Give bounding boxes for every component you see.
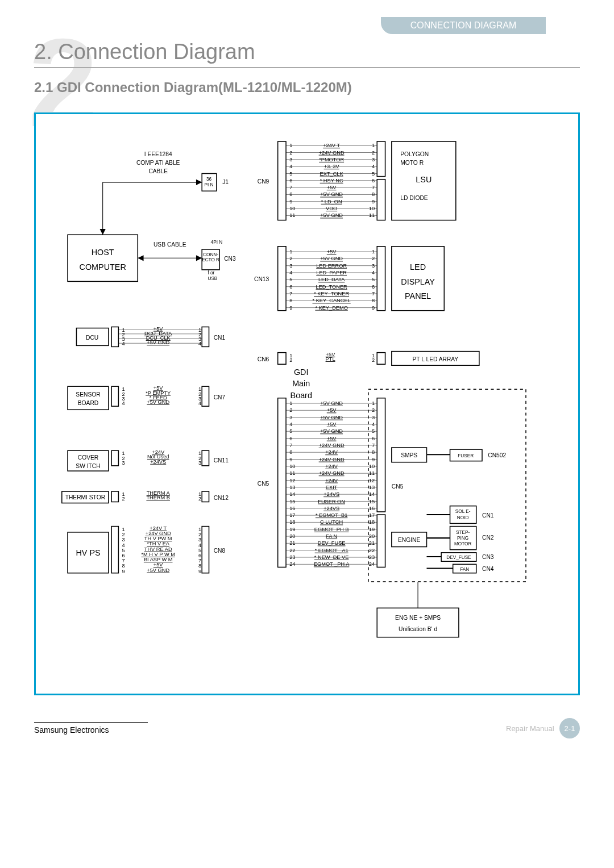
svg-text:10: 10: [289, 464, 295, 469]
svg-text:22: 22: [369, 548, 375, 553]
svg-text:J1: J1: [222, 179, 229, 185]
svg-rect-68: [202, 450, 209, 466]
svg-text:5: 5: [289, 428, 292, 434]
svg-text:2: 2: [289, 407, 292, 413]
svg-text:13: 13: [289, 485, 295, 490]
svg-marker-9: [196, 180, 202, 185]
svg-rect-361: [377, 608, 459, 637]
svg-text:+5V GND: +5V GND: [147, 340, 169, 345]
svg-text:Unification B' d: Unification B' d: [399, 626, 437, 632]
svg-text:21: 21: [369, 540, 375, 546]
svg-rect-178: [278, 247, 286, 311]
svg-text:DISPLAY: DISPLAY: [401, 277, 435, 286]
svg-text:9: 9: [372, 457, 375, 462]
svg-text:8: 8: [289, 449, 292, 455]
svg-text:4: 4: [289, 270, 292, 276]
svg-text:CN7: CN7: [214, 394, 226, 400]
connection-diagram: HOST COMPUTER I EEE1284 COMP ATI ABLE CA…: [34, 112, 580, 695]
svg-text:POLYGON: POLYGON: [400, 151, 429, 157]
svg-text:DEV_FUSE: DEV_FUSE: [446, 555, 471, 560]
svg-text:8: 8: [289, 192, 292, 198]
svg-text:CN5: CN5: [258, 481, 269, 487]
svg-text:4PI N: 4PI N: [211, 240, 223, 245]
svg-text:17: 17: [289, 512, 295, 518]
svg-text:19: 19: [289, 527, 295, 532]
svg-rect-125: [278, 141, 286, 220]
svg-text:CN1: CN1: [214, 335, 226, 341]
svg-text:THERM B: THERM B: [146, 495, 170, 500]
svg-text:1: 1: [372, 249, 375, 254]
svg-text:8: 8: [372, 449, 375, 455]
svg-text:1: 1: [289, 249, 292, 254]
svg-text:NOID: NOID: [457, 515, 469, 520]
svg-rect-49: [111, 386, 118, 406]
svg-text:3: 3: [372, 263, 375, 269]
svg-text:1: 1: [372, 400, 375, 406]
svg-text:2: 2: [372, 150, 375, 156]
svg-text:18: 18: [369, 519, 375, 525]
svg-text:5: 5: [372, 428, 375, 434]
svg-text:8: 8: [372, 192, 375, 198]
svg-text:SENSOR: SENSOR: [76, 391, 100, 398]
svg-text:8: 8: [289, 298, 292, 303]
svg-rect-50: [202, 386, 209, 406]
svg-text:THERMI STOR: THERMI STOR: [65, 494, 105, 500]
svg-text:DCU: DCU: [86, 335, 98, 341]
svg-text:7: 7: [289, 185, 292, 190]
svg-text:8: 8: [372, 298, 375, 303]
svg-text:18: 18: [289, 519, 295, 525]
svg-text:16: 16: [289, 506, 295, 511]
svg-text:5: 5: [289, 171, 292, 177]
svg-text:2: 2: [289, 357, 292, 363]
svg-text:9: 9: [372, 305, 375, 311]
svg-text:CN8: CN8: [214, 548, 226, 554]
svg-text:23: 23: [289, 554, 295, 560]
svg-text:LD DIODE: LD DIODE: [400, 195, 428, 201]
svg-text:PTL: PTL: [326, 356, 335, 362]
footer-manual-label: Repair Manual: [506, 724, 554, 733]
svg-text:4: 4: [372, 164, 375, 169]
svg-text:CN9: CN9: [258, 178, 269, 185]
svg-text:4: 4: [122, 400, 125, 406]
svg-rect-92: [111, 527, 118, 573]
svg-text:CN6: CN6: [258, 356, 269, 362]
svg-text:5: 5: [372, 277, 375, 282]
svg-rect-232: [278, 398, 286, 567]
svg-text:4: 4: [289, 422, 292, 427]
svg-text:2: 2: [289, 256, 292, 261]
svg-text:5: 5: [289, 277, 292, 282]
svg-text:4: 4: [289, 164, 292, 169]
svg-text:10: 10: [369, 206, 375, 211]
svg-text:2: 2: [198, 496, 201, 502]
svg-text:LSU: LSU: [416, 175, 432, 184]
svg-rect-171: [377, 141, 385, 177]
svg-text:CN1: CN1: [482, 512, 494, 519]
header-tab: CONNECTION DIAGRAM: [381, 17, 546, 34]
svg-text:CN3: CN3: [224, 256, 236, 262]
svg-text:ECTO R: ECTO R: [202, 257, 219, 262]
svg-text:2: 2: [122, 496, 125, 502]
svg-text:+5V GND: +5V GND: [147, 399, 169, 405]
svg-text:3: 3: [289, 157, 292, 162]
svg-text:9: 9: [122, 569, 125, 574]
svg-text:SW ITCH: SW ITCH: [76, 463, 100, 469]
svg-text:11: 11: [289, 212, 295, 218]
svg-text:7: 7: [289, 291, 292, 297]
svg-text:19: 19: [369, 527, 375, 532]
svg-text:10: 10: [369, 464, 375, 469]
svg-text:4: 4: [198, 400, 201, 406]
page-number: 2-1: [559, 718, 580, 738]
svg-text:CN5: CN5: [392, 483, 404, 490]
svg-text:+5V GND: +5V GND: [147, 567, 169, 573]
svg-text:Board: Board: [291, 391, 312, 400]
svg-text:1: 1: [289, 143, 292, 148]
svg-rect-28: [202, 327, 209, 347]
svg-text:17: 17: [369, 512, 375, 518]
svg-text:36: 36: [206, 177, 212, 182]
svg-text:24: 24: [369, 561, 375, 567]
svg-text:20: 20: [369, 533, 375, 539]
svg-text:PING: PING: [457, 536, 468, 541]
svg-text:24: 24: [289, 561, 295, 567]
svg-text:12: 12: [289, 478, 295, 483]
svg-text:CN502: CN502: [488, 452, 506, 458]
